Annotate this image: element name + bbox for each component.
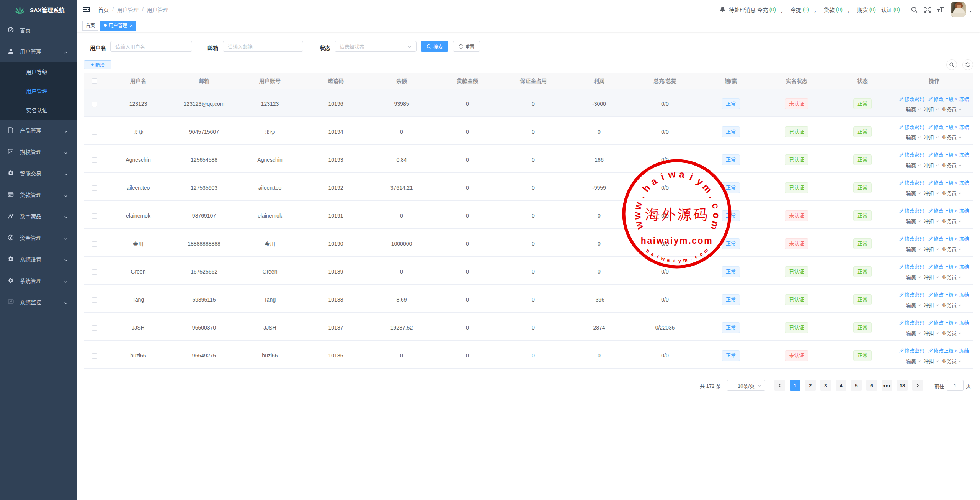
svg-text:w: w bbox=[660, 256, 666, 262]
svg-text:i: i bbox=[673, 258, 675, 264]
svg-text:o: o bbox=[699, 251, 704, 257]
svg-text:h: h bbox=[645, 248, 651, 254]
svg-text:m: m bbox=[709, 220, 721, 231]
svg-text:m: m bbox=[701, 182, 714, 195]
svg-text:w: w bbox=[632, 201, 644, 211]
svg-text:i: i bbox=[688, 171, 695, 182]
svg-text:w: w bbox=[632, 220, 645, 231]
svg-text:c: c bbox=[710, 202, 722, 210]
svg-text:i: i bbox=[656, 254, 659, 259]
svg-text:.: . bbox=[635, 193, 646, 200]
svg-text:w: w bbox=[667, 169, 676, 180]
svg-text:h: h bbox=[640, 182, 652, 194]
svg-text:m: m bbox=[683, 257, 688, 263]
svg-text:.: . bbox=[707, 193, 718, 200]
svg-text:m: m bbox=[702, 248, 709, 254]
svg-text:a: a bbox=[650, 251, 655, 257]
svg-text:.: . bbox=[689, 256, 692, 261]
svg-text:i: i bbox=[659, 171, 666, 182]
svg-text:w: w bbox=[632, 211, 643, 220]
svg-text:c: c bbox=[694, 254, 698, 260]
svg-text:海外源码: 海外源码 bbox=[645, 204, 709, 224]
svg-text:a: a bbox=[678, 169, 685, 180]
svg-text:a: a bbox=[648, 175, 660, 187]
svg-text:a: a bbox=[666, 257, 670, 263]
svg-text:haiwaiym.com: haiwaiym.com bbox=[641, 236, 713, 246]
svg-text:o: o bbox=[711, 213, 722, 219]
svg-text:y: y bbox=[678, 258, 681, 264]
